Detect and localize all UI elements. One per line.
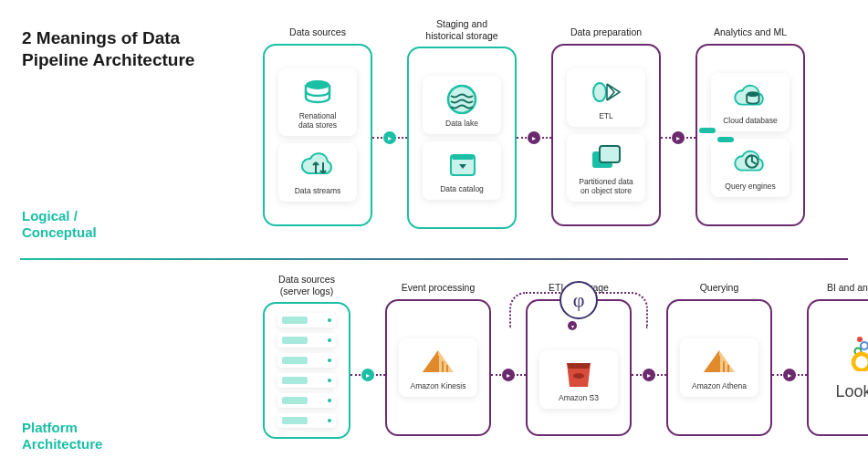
stage: Event processingAmazon Kinesis▸ — [385, 274, 491, 436]
server-icon — [277, 353, 336, 368]
arrow-right-icon: ▸ — [783, 369, 796, 381]
accent-dash — [717, 137, 734, 142]
stage-box — [263, 302, 350, 439]
tile-label: Data lake — [445, 120, 478, 129]
tile: Amazon Kinesis — [399, 338, 477, 397]
arrow-down-icon: ▾ — [568, 321, 577, 330]
stage-box: Data lakeData catalog — [407, 47, 517, 229]
stage-box: ETLPartitioned data on object store — [551, 44, 661, 226]
tile-label: Data catalog — [440, 185, 484, 194]
tile-label: Partitioned data on object store — [579, 178, 633, 196]
stage-header: Data sources (server logs) — [278, 274, 335, 302]
stage: Data preparationETLPartitioned data on o… — [551, 18, 661, 226]
connector: ▸ — [350, 374, 385, 376]
row-logical: Data sourcesRenational data storesData s… — [263, 18, 805, 229]
page-title: 2 Meanings of Data Pipeline Architecture — [22, 27, 194, 71]
tile: Amazon Athena — [680, 338, 758, 397]
lake-icon — [442, 83, 482, 116]
stage: Data sourcesRenational data storesData s… — [263, 18, 372, 226]
svg-point-9 — [857, 337, 863, 342]
connector: ▸ — [772, 374, 807, 376]
stage-header: Querying — [700, 274, 739, 299]
stage: ETL + storageφ▾Amazon S3▸ — [526, 274, 632, 436]
tile-label: Amazon S3 — [559, 394, 599, 403]
cloud-arrows-icon — [298, 151, 338, 183]
server-icon — [277, 333, 336, 348]
stage-header: Staging and historical storage — [425, 18, 497, 47]
stage: Staging and historical storageData lakeD… — [407, 18, 517, 229]
svg-point-3 — [593, 83, 606, 101]
tile: Partitioned data on object store — [567, 134, 645, 202]
svg-point-12 — [853, 354, 868, 370]
row-platform: Data sources (server logs)▸Event process… — [263, 274, 868, 439]
arrow-right-icon: ▸ — [502, 369, 515, 381]
server-icon — [277, 373, 336, 388]
server-icon — [277, 313, 336, 328]
arrow-right-icon: ▸ — [528, 131, 540, 144]
cloud-query-icon — [730, 146, 770, 179]
connector: ▸ — [491, 374, 526, 376]
server-icon — [277, 413, 336, 428]
sidelabel-logical: Logical / Conceptual — [22, 208, 97, 241]
tile: Query engines — [711, 139, 790, 197]
stage-box: Amazon Athena — [666, 299, 772, 436]
stage: Analytics and MLCloud databaseQuery engi… — [695, 18, 805, 226]
connector: ▸ — [372, 137, 407, 139]
tile: Data lake — [423, 76, 501, 134]
stage-header: Data sources — [289, 18, 346, 44]
etl-icon — [586, 76, 626, 109]
tile: Renational data stores — [278, 68, 357, 136]
tile-label: Query engines — [725, 182, 775, 192]
server-icon — [277, 393, 336, 408]
connector: ▸ — [632, 374, 666, 376]
tile-label: Cloud database — [723, 117, 778, 126]
s3-icon — [559, 358, 599, 390]
stage-box: Amazon Kinesis — [385, 299, 491, 436]
db-icon — [298, 76, 338, 109]
partition-icon — [586, 141, 626, 174]
connector: ▸ — [517, 137, 551, 139]
connector: ▸ — [661, 137, 695, 139]
stage-header: Data preparation — [570, 18, 642, 44]
arrow-right-icon: ▸ — [383, 131, 396, 144]
cloud-db-icon — [730, 80, 770, 113]
tile-label: ETL — [599, 112, 613, 121]
svg-point-10 — [861, 342, 868, 349]
athena-icon — [699, 346, 739, 379]
tile: Data streams — [278, 143, 357, 202]
arrow-right-icon: ▸ — [672, 131, 685, 144]
tile: ETL — [567, 68, 645, 127]
stage-box: φ▾Amazon S3 — [526, 299, 632, 436]
section-divider — [20, 258, 848, 260]
stage-header: BI and analytics — [827, 274, 868, 299]
svg-rect-5 — [600, 146, 620, 162]
looker-logo-text: Looker — [835, 382, 868, 401]
tile-label: Amazon Kinesis — [411, 382, 466, 391]
arrow-right-icon: ▸ — [361, 369, 374, 381]
stage: BI and analyticsLooker — [807, 274, 868, 436]
svg-point-0 — [306, 80, 329, 89]
stage-box: Cloud databaseQuery engines — [695, 44, 805, 226]
tile: Amazon S3 — [539, 350, 618, 409]
tile: Cloud database — [711, 73, 790, 131]
stage-box: Looker — [807, 299, 868, 436]
tile-label: Amazon Athena — [692, 382, 747, 391]
accent-dash — [699, 128, 716, 133]
tile: Data catalog — [423, 141, 501, 200]
tile-label: Data streams — [295, 187, 341, 196]
sidelabel-platform: Platform Architecture — [22, 420, 102, 452]
catalog-icon — [442, 149, 482, 182]
stage-header: Event processing — [402, 274, 476, 299]
kinesis-icon — [418, 346, 458, 379]
tile-label: Renational data stores — [298, 112, 337, 130]
svg-point-6 — [747, 91, 758, 97]
stage-box: Renational data storesData streams — [263, 44, 372, 226]
svg-point-8 — [573, 373, 584, 379]
stage: QueryingAmazon Athena▸ — [666, 274, 772, 436]
stage-header: Analytics and ML — [714, 18, 787, 44]
stage: Data sources (server logs)▸ — [263, 274, 350, 439]
looker-icon — [845, 335, 868, 371]
arrow-right-icon: ▸ — [643, 369, 655, 381]
phi-icon: φ — [559, 281, 598, 319]
